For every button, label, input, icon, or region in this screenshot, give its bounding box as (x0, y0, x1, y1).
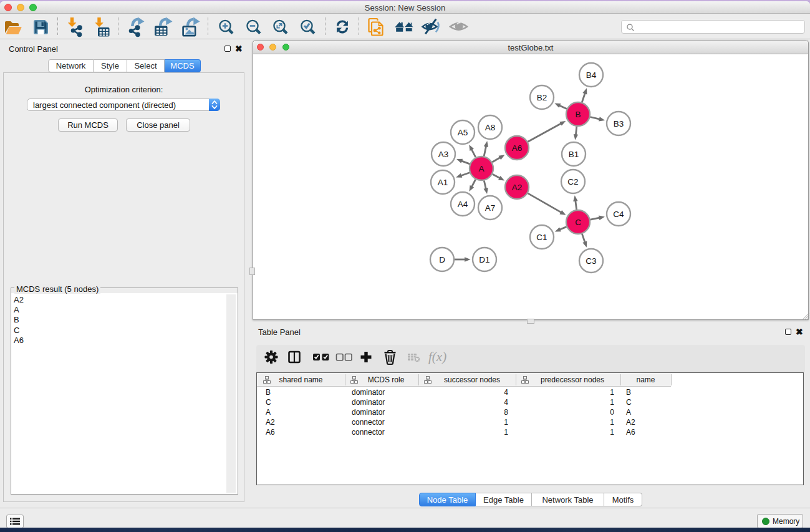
svg-text:A: A (478, 164, 484, 173)
svg-text:B1: B1 (569, 150, 579, 159)
svg-text:A5: A5 (458, 128, 468, 137)
svg-text:A8: A8 (485, 123, 496, 132)
svg-text:D: D (439, 255, 445, 264)
svg-text:C: C (575, 218, 581, 227)
svg-text:C1: C1 (536, 233, 547, 242)
svg-text:D1: D1 (479, 255, 489, 264)
svg-text:C4: C4 (613, 210, 624, 219)
svg-text:B2: B2 (537, 93, 547, 102)
svg-text:A4: A4 (458, 200, 468, 209)
svg-text:B3: B3 (614, 119, 624, 128)
svg-text:A2: A2 (512, 183, 523, 192)
svg-text:B: B (575, 110, 581, 119)
svg-text:B4: B4 (586, 70, 597, 80)
svg-text:C3: C3 (586, 256, 596, 266)
svg-text:A1: A1 (438, 178, 448, 187)
svg-text:C2: C2 (567, 177, 578, 186)
svg-text:f(x): f(x) (428, 349, 446, 364)
svg-text:A7: A7 (485, 203, 496, 213)
svg-text:A6: A6 (512, 143, 523, 153)
svg-text:A3: A3 (438, 150, 449, 159)
